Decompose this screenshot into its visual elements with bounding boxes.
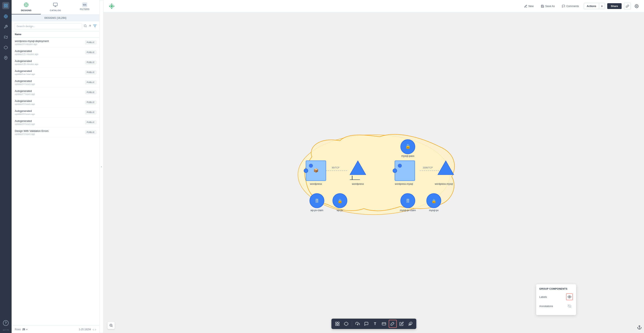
svg-point-69 xyxy=(393,169,397,173)
list-item[interactable]: Autogenerated updated 29 minutes ago PUB… xyxy=(12,58,99,68)
list-item[interactable]: Autogenerated updated 8 hours ago PUBLIC xyxy=(12,108,99,118)
svg-point-41 xyxy=(309,164,313,168)
pagination-next[interactable]: › xyxy=(95,328,96,331)
top-toolbar: New Save As Comments Actions ▼ Share xyxy=(104,0,644,12)
filter-icon[interactable] xyxy=(93,24,96,28)
svg-rect-1 xyxy=(6,4,8,5)
nav-location[interactable] xyxy=(2,55,9,61)
list-item[interactable]: Autogenerated updated 21 minutes ago PUB… xyxy=(12,48,99,58)
group-panel-title: GROUP COMPONENTS xyxy=(539,288,573,290)
save-as-button[interactable]: Save As xyxy=(538,3,557,9)
design-list: wordpress-mysql-deployment updated 8 min… xyxy=(12,38,99,326)
svg-text:wp-pv: wp-pv xyxy=(336,209,343,212)
nav-help[interactable]: ? xyxy=(3,320,8,326)
svg-rect-45 xyxy=(352,176,352,180)
actions-main-button[interactable]: Actions xyxy=(584,3,599,9)
svg-rect-75 xyxy=(338,324,339,326)
comment-tool-btn[interactable] xyxy=(362,320,370,328)
canvas-area[interactable]: 80/TCP 3306/TCP 📦 wordpress w xyxy=(104,12,644,333)
tab-filters[interactable]: WA FILTERS xyxy=(70,0,99,14)
svg-text:80/TCP: 80/TCP xyxy=(332,166,339,169)
anchor-button[interactable] xyxy=(637,325,642,330)
panel-collapse-toggle[interactable]: ‹ xyxy=(100,0,104,333)
svg-text:wordpress-mysql: wordpress-mysql xyxy=(395,182,413,186)
search-icon[interactable] xyxy=(84,24,87,28)
toolbar-left xyxy=(108,3,116,10)
svg-marker-10 xyxy=(4,46,8,49)
upload-tool-btn[interactable] xyxy=(354,320,362,328)
design-name: Autogenerated xyxy=(15,90,35,92)
list-item[interactable]: Autogenerated updated an hour ago PUBLIC xyxy=(12,68,99,78)
node-connect-btn[interactable] xyxy=(333,320,341,328)
design-time: updated 21 minutes ago xyxy=(15,53,38,55)
design-time: updated 8 hours ago xyxy=(15,103,35,105)
settings-button[interactable] xyxy=(633,3,640,10)
list-item[interactable]: Autogenerated updated 8 hours ago PUBLIC xyxy=(12,98,99,108)
design-name: Autogenerated xyxy=(15,70,35,72)
nav-designs[interactable] xyxy=(2,13,9,20)
svg-rect-3 xyxy=(6,6,8,7)
svg-point-91 xyxy=(639,326,640,327)
node-wp-pv-claim[interactable]: 🗄 wp-pv-claim xyxy=(310,194,324,212)
list-item[interactable]: Autogenerated updated 4 hours ago PUBLIC xyxy=(12,78,99,88)
logo[interactable] xyxy=(2,2,10,9)
svg-text:📦: 📦 xyxy=(313,168,318,173)
node-mysql-pass[interactable]: 🔒 mysql-pass xyxy=(401,140,415,158)
tab-catalog[interactable]: CATALOG xyxy=(41,0,70,14)
list-item[interactable]: Autogenerated updated 7 hours ago PUBLIC xyxy=(12,88,99,98)
sort-icon[interactable] xyxy=(88,24,92,28)
panel-footer: Rows 25 ▼ 1-25 18294 ‹ › xyxy=(12,326,99,333)
svg-rect-73 xyxy=(338,322,339,324)
design-name: Autogenerated xyxy=(15,120,35,122)
tab-filters-label: FILTERS xyxy=(80,8,90,10)
labels-visibility-button[interactable] xyxy=(566,294,573,300)
group-panel-labels-row: Labels xyxy=(539,294,573,300)
rows-label: Rows xyxy=(15,328,21,331)
pen-tool-btn[interactable] xyxy=(406,320,414,328)
rows-count: 25 xyxy=(22,328,25,331)
list-item[interactable]: Autogenerated updated 8 hours ago PUBLIC xyxy=(12,118,99,128)
card-tool-btn[interactable] xyxy=(380,320,388,328)
text-tool-btn[interactable]: T xyxy=(371,320,379,328)
comments-button[interactable]: Comments xyxy=(560,3,581,9)
annotations-visibility-button[interactable] xyxy=(566,303,573,310)
design-time: updated 4 hours ago xyxy=(15,83,35,85)
tab-catalog-label: CATALOG xyxy=(50,9,61,12)
group-components-panel: GROUP COMPONENTS Labels Annotations xyxy=(536,284,576,315)
style-tool-btn[interactable] xyxy=(389,320,397,328)
design-badge: PUBLIC xyxy=(85,111,96,114)
design-time: updated 7 hours ago xyxy=(15,93,35,95)
svg-text:mysql-pass: mysql-pass xyxy=(401,154,414,158)
link-button[interactable] xyxy=(624,3,631,10)
new-button[interactable]: New xyxy=(522,3,536,9)
svg-text:🔒: 🔒 xyxy=(337,198,342,203)
svg-text:3306/TCP: 3306/TCP xyxy=(423,166,433,169)
share-button[interactable]: Share xyxy=(607,3,622,9)
zoom-control[interactable] xyxy=(108,322,115,329)
svg-point-68 xyxy=(304,169,308,173)
hex-tool-btn[interactable] xyxy=(342,320,350,328)
nav-draw[interactable] xyxy=(2,34,9,40)
node-mysql-pv[interactable]: 🔒 mysql-pv xyxy=(426,194,441,212)
svg-text:🔒: 🔒 xyxy=(405,144,410,149)
name-column-header: Name xyxy=(12,31,99,38)
nav-integrations[interactable] xyxy=(2,44,9,51)
rows-dropdown-icon[interactable]: ▼ xyxy=(26,328,28,330)
edit-tool-btn[interactable] xyxy=(398,320,406,328)
design-name: Autogenerated xyxy=(15,50,38,52)
nav-tools[interactable] xyxy=(2,24,9,30)
search-input[interactable] xyxy=(14,23,82,29)
snowflake-button[interactable] xyxy=(108,3,116,10)
annotations-label: Annotations xyxy=(539,305,553,308)
rows-select[interactable]: Rows 25 ▼ xyxy=(15,328,28,331)
list-item[interactable]: wordpress-mysql-deployment updated 8 min… xyxy=(12,38,99,48)
svg-marker-24 xyxy=(94,25,96,27)
pagination-prev[interactable]: ‹ xyxy=(93,328,94,331)
svg-marker-80 xyxy=(344,322,348,326)
svg-point-70 xyxy=(569,296,570,298)
node-mysql-pv-claim[interactable]: 🗄 mysql-pv-claim xyxy=(400,194,416,212)
tab-designs[interactable]: DESIGNS xyxy=(12,0,41,14)
svg-line-84 xyxy=(393,322,394,323)
actions-dropdown-button[interactable]: ▼ xyxy=(599,4,605,9)
list-item[interactable]: Design With Validation Errors updated 9 … xyxy=(12,128,99,138)
